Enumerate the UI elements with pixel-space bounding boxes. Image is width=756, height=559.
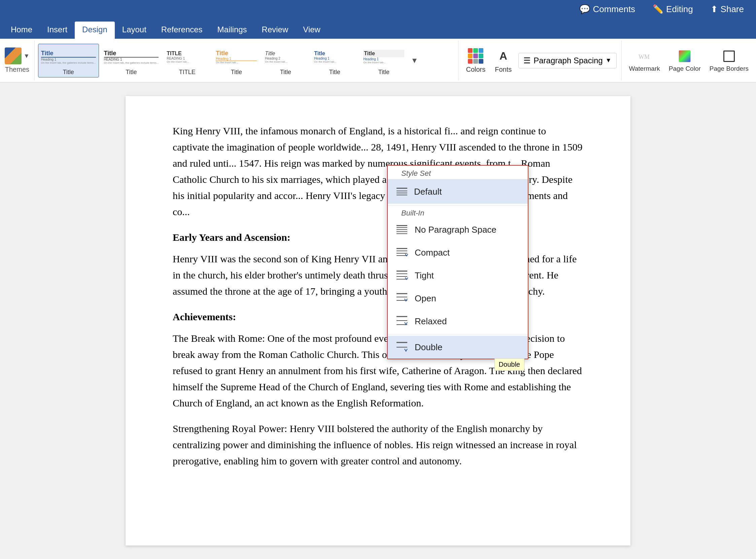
style-preset-4[interactable]: Title Heading 1 On the Insert tab... Tit… <box>213 44 260 77</box>
tab-review[interactable]: Review <box>254 22 296 39</box>
style-preset-2[interactable]: Title HEADING 1 On the Insert tab, the g… <box>101 44 162 77</box>
document-paragraph-3: The Break with Rome: One of the most pro… <box>173 330 583 411</box>
tab-insert[interactable]: Insert <box>40 22 75 39</box>
share-icon: ⬆ <box>711 4 718 15</box>
page-borders-icon <box>721 49 736 64</box>
paragraph-spacing-icon: ☰ <box>523 56 531 65</box>
preset-scroll-down[interactable]: ▼ <box>409 47 419 74</box>
dropdown-chevron-icon: ▼ <box>605 57 612 64</box>
comments-icon: 💬 <box>579 4 590 15</box>
editing-button[interactable]: ✏️ Editing <box>647 2 698 17</box>
colors-section: Colors A Fonts ☰ Paragraph Spacing ▼ <box>458 41 621 80</box>
title-bar: 💬 Comments ✏️ Editing ⬆ Share <box>0 0 756 19</box>
style-preset-5[interactable]: Title Heading 2 On the Insert tab... Tit… <box>262 44 309 77</box>
themes-section: ▼ Themes <box>0 41 35 80</box>
page-color-button[interactable]: Page Color <box>666 47 704 74</box>
document-heading-1: Early Years and Ascension: <box>173 229 583 245</box>
colors-button[interactable]: Colors <box>463 45 488 75</box>
paragraph-spacing-button[interactable]: ☰ Paragraph Spacing ▼ <box>518 53 616 68</box>
style-preset-6[interactable]: Title Heading 1 On the Insert tab... Tit… <box>311 44 358 77</box>
paragraph-spacing-label: Paragraph Spacing <box>533 56 602 65</box>
ribbon-right-actions: WM Watermark Page Color Page Borders <box>622 41 756 80</box>
share-button[interactable]: ⬆ Share <box>705 2 749 17</box>
themes-button[interactable]: ▼ <box>5 47 30 64</box>
fonts-button[interactable]: A Fonts <box>491 45 515 75</box>
svg-text:WM: WM <box>639 53 650 60</box>
page-color-icon <box>677 49 692 64</box>
document-heading-2: Achievements: <box>173 309 583 325</box>
tab-view[interactable]: View <box>296 22 328 39</box>
document-scroll-area: King Henry VIII, the infamous monarch of… <box>0 83 756 559</box>
style-preset-3[interactable]: TITLE READING 1 On the Insert tab... TIT… <box>164 44 211 77</box>
tab-mailings[interactable]: Mailings <box>210 22 254 39</box>
ribbon-body: ▼ Themes Title Heading 1 On the Insert t… <box>0 39 756 83</box>
document-page: King Henry VIII, the infamous monarch of… <box>125 96 631 545</box>
page-borders-button[interactable]: Page Borders <box>707 47 751 74</box>
page-color-label: Page Color <box>669 65 701 72</box>
styles-area: Title Heading 1 On the Insert tab, the g… <box>35 41 459 80</box>
watermark-button[interactable]: WM Watermark <box>626 47 663 74</box>
main-area: King Henry VIII, the infamous monarch of… <box>0 83 756 559</box>
paragraph-spacing-section: ☰ Paragraph Spacing ▼ <box>518 53 616 68</box>
page-borders-label: Page Borders <box>710 65 749 72</box>
document-paragraph-4: Strengthening Royal Power: Henry VIII bo… <box>173 421 583 469</box>
comments-button[interactable]: 💬 Comments <box>574 2 641 17</box>
tab-references[interactable]: References <box>154 22 210 39</box>
style-preset-7[interactable]: Title Heading 1 On the Insert tab... Tit… <box>360 44 407 77</box>
ribbon-tabs: Home Insert Design Layout References Mai… <box>0 19 756 39</box>
themes-icon <box>5 47 22 64</box>
style-preset-1[interactable]: Title Heading 1 On the Insert tab, the g… <box>38 44 99 77</box>
tab-design[interactable]: Design <box>75 22 115 39</box>
watermark-label: Watermark <box>629 65 660 72</box>
fonts-icon: A <box>495 47 512 64</box>
colors-icon <box>467 47 484 64</box>
pencil-icon: ✏️ <box>653 4 663 15</box>
watermark-icon: WM <box>637 49 652 64</box>
tab-layout[interactable]: Layout <box>115 22 154 39</box>
document-paragraph-2: Henry VIII was the second son of King He… <box>173 251 583 299</box>
document-paragraph-1: King Henry VIII, the infamous monarch of… <box>173 123 583 220</box>
tab-home[interactable]: Home <box>3 22 40 39</box>
